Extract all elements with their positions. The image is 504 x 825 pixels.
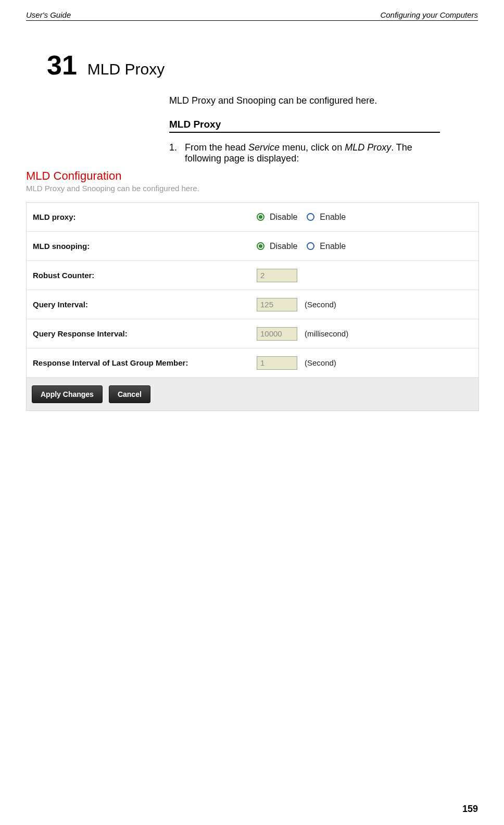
radio-unselected-icon[interactable]: [307, 213, 314, 221]
unit-last-member-interval: (Second): [305, 358, 336, 367]
step-text: From the head Service menu, click on MLD…: [185, 142, 440, 164]
unit-query-response-interval: (millisecond): [305, 329, 348, 338]
unit-query-interval: (Second): [305, 300, 336, 309]
row-mld-proxy: MLD proxy: Disable Enable: [27, 203, 478, 232]
step-1: 1. From the head Service menu, click on …: [169, 142, 440, 164]
input-query-interval[interactable]: [257, 298, 297, 311]
label-mld-snooping: MLD snooping:: [33, 242, 257, 251]
row-query-response-interval: Query Response Interval: (millisecond): [27, 319, 478, 348]
header-right: Configuring your Computers: [380, 10, 478, 19]
radio-selected-icon[interactable]: [257, 242, 264, 250]
radio-label-enable: Enable: [320, 242, 346, 251]
radio-label-disable: Disable: [270, 242, 297, 251]
config-title: MLD Configuration: [26, 169, 479, 184]
config-subtitle: MLD Proxy and Snooping can be configured…: [26, 184, 479, 193]
step-number: 1.: [169, 142, 185, 164]
row-last-member-interval: Response Interval of Last Group Member: …: [27, 348, 478, 378]
row-robust-counter: Robust Counter:: [27, 261, 478, 290]
row-query-interval: Query Interval: (Second): [27, 290, 478, 319]
label-last-member-interval: Response Interval of Last Group Member:: [33, 358, 257, 367]
chapter-title: MLD Proxy: [87, 60, 165, 78]
intro-text: MLD Proxy and Snooping can be configured…: [169, 95, 478, 106]
radio-label-enable: Enable: [320, 213, 346, 222]
chapter-heading: 31 MLD Proxy: [47, 49, 478, 81]
embedded-screenshot: MLD Configuration MLD Proxy and Snooping…: [26, 169, 479, 411]
label-mld-proxy: MLD proxy:: [33, 213, 257, 221]
button-bar: Apply Changes Cancel: [26, 378, 479, 411]
input-query-response-interval[interactable]: [257, 327, 297, 341]
label-query-response-interval: Query Response Interval:: [33, 329, 257, 338]
radio-label-disable: Disable: [270, 213, 297, 222]
row-mld-snooping: MLD snooping: Disable Enable: [27, 232, 478, 261]
label-query-interval: Query Interval:: [33, 300, 257, 309]
input-robust-counter[interactable]: [257, 269, 297, 282]
apply-changes-button[interactable]: Apply Changes: [32, 385, 103, 403]
cancel-button[interactable]: Cancel: [109, 385, 150, 403]
page-header: User's Guide Configuring your Computers: [26, 10, 478, 21]
config-form: MLD proxy: Disable Enable MLD snooping: …: [26, 202, 479, 378]
input-last-member-interval[interactable]: [257, 356, 297, 370]
label-robust-counter: Robust Counter:: [33, 271, 257, 280]
chapter-number: 31: [47, 49, 77, 81]
header-left: User's Guide: [26, 10, 71, 19]
page-number: 159: [462, 804, 478, 815]
radio-unselected-icon[interactable]: [307, 242, 314, 250]
section-heading: MLD Proxy: [169, 119, 440, 133]
radio-selected-icon[interactable]: [257, 213, 264, 221]
